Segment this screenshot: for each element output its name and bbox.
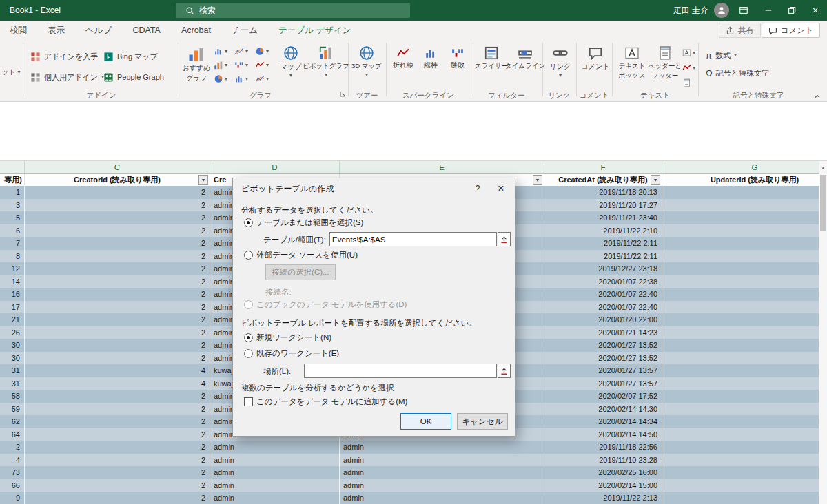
cell-name[interactable]: admin [210, 479, 340, 492]
cell-updater[interactable] [662, 466, 819, 479]
cell-created[interactable]: 2020/01/27 13:57 [544, 364, 662, 377]
dialog-help-button[interactable]: ? [468, 178, 487, 199]
cell-creator[interactable]: 2 [25, 186, 210, 199]
chart-type-button[interactable]: ▾ [234, 74, 248, 83]
cell-name[interactable]: admin [210, 492, 340, 504]
people-graph-button[interactable]: People Graph [103, 70, 164, 84]
sparkline-column-button[interactable]: 縦棒 [418, 47, 444, 70]
cell-updater[interactable] [662, 403, 819, 416]
cell-creator[interactable]: 2 [25, 237, 210, 250]
cell-id[interactable]: 14 [0, 275, 25, 288]
cell-e[interactable]: admin [340, 492, 544, 504]
cell-id[interactable]: 6 [0, 224, 25, 238]
cell-creator[interactable]: 2 [25, 352, 210, 365]
symbol-button[interactable]: Ω 記号と特殊文字 [706, 66, 769, 80]
cell-created[interactable]: 2020/01/27 13:52 [544, 339, 662, 352]
cell-updater[interactable] [662, 377, 819, 390]
cell-creator[interactable]: 2 [25, 250, 210, 263]
search-input[interactable]: 検索 [176, 3, 410, 18]
cell-creator[interactable]: 4 [25, 364, 210, 377]
my-addins-button[interactable]: 個人用アドイン▾ [30, 70, 104, 84]
cell-updater[interactable] [662, 313, 819, 326]
recommended-charts-button[interactable]: おすすめ グラフ [181, 45, 212, 82]
cell-updater[interactable] [662, 224, 819, 238]
ribbon-tab[interactable]: テーブル デザイン [278, 25, 351, 36]
cell-id[interactable]: 5 [0, 211, 25, 224]
ribbon-tab[interactable]: Acrobat [181, 25, 211, 35]
cell-updater[interactable] [662, 352, 819, 365]
cell-created[interactable]: 2020/01/07 22:40 [544, 288, 662, 301]
cell-id[interactable]: 8 [0, 250, 25, 263]
cell-creator[interactable]: 2 [25, 326, 210, 339]
minimize-button[interactable] [759, 0, 777, 21]
share-button[interactable]: 共有 [719, 23, 761, 38]
cell-created[interactable]: 2020/01/21 14:23 [544, 326, 662, 339]
chart-type-button[interactable]: ▾ [214, 47, 227, 56]
object-button[interactable] [682, 78, 691, 87]
radio-existing-worksheet-label[interactable]: 既存のワークシート(E) [256, 348, 339, 359]
header-cell-clipped[interactable]: 専用) [0, 174, 25, 186]
ribbon-tab[interactable]: ヘルプ [85, 25, 112, 36]
cell-created[interactable]: 2020/01/27 13:57 [544, 377, 662, 390]
header-cell-updaterid[interactable]: UpdaterId (読み取り専用) [662, 174, 819, 186]
cell-creator[interactable]: 2 [25, 288, 210, 301]
cell-id[interactable]: 30 [0, 352, 25, 365]
clipped-ribbon-button[interactable]: ット▾ [1, 67, 20, 77]
cell-id[interactable]: 66 [0, 479, 25, 492]
cell-creator[interactable]: 2 [25, 441, 210, 454]
radio-external-source[interactable] [244, 251, 253, 260]
chart-type-button[interactable]: ▾ [234, 47, 248, 56]
cell-id[interactable]: 1 [0, 186, 25, 199]
filter-button[interactable]: ▼ [533, 175, 542, 185]
cell-id[interactable]: 7 [0, 237, 25, 250]
chart-type-button[interactable]: ▾ [255, 47, 269, 56]
cell-id[interactable]: 59 [0, 403, 25, 416]
radio-table-range[interactable] [244, 218, 253, 227]
collapse-ribbon-icon[interactable] [813, 92, 821, 101]
cell-id[interactable]: 21 [0, 313, 25, 326]
cell-created[interactable]: 2020/01/07 22:38 [544, 275, 662, 288]
cell-updater[interactable] [662, 301, 819, 314]
cell-id[interactable]: 64 [0, 428, 25, 441]
cell-created[interactable]: 2020/02/14 14:34 [544, 415, 662, 428]
cell-id[interactable]: 31 [0, 364, 25, 377]
ok-button[interactable]: OK [400, 413, 451, 430]
cell-created[interactable]: 2019/11/20 17:27 [544, 199, 662, 212]
cell-updater[interactable] [662, 186, 819, 199]
cell-id[interactable]: 73 [0, 466, 25, 479]
textbox-button[interactable]: テキスト ボックス [616, 45, 648, 80]
pivotchart-button[interactable]: ピボットグラフ▾ [305, 45, 347, 78]
cell-created[interactable]: 2019/12/27 23:18 [544, 262, 662, 275]
column-letter[interactable]: D [210, 161, 340, 173]
scrollbar-thumb[interactable] [820, 175, 826, 231]
cell-created[interactable]: 2019/11/21 23:40 [544, 211, 662, 224]
cell-updater[interactable] [662, 415, 819, 428]
ribbon-tab[interactable]: 校閲 [10, 25, 27, 36]
column-letter[interactable]: F [544, 161, 662, 173]
cell-creator[interactable]: 2 [25, 339, 210, 352]
cell-e[interactable]: admin [340, 479, 544, 492]
cell-name[interactable]: admin [210, 454, 340, 467]
radio-existing-worksheet[interactable] [244, 349, 253, 358]
radio-external-source-label[interactable]: 外部データ ソースを使用(U) [256, 250, 358, 260]
cancel-button[interactable]: キャンセル [457, 413, 508, 430]
ribbon-tab[interactable]: CDATA [132, 25, 161, 35]
ribbon-tab[interactable]: チーム [232, 25, 258, 36]
cell-updater[interactable] [662, 288, 819, 301]
cell-updater[interactable] [662, 441, 819, 454]
cell-updater[interactable] [662, 211, 819, 224]
range-selector-button[interactable] [498, 364, 511, 378]
cell-creator[interactable]: 2 [25, 466, 210, 479]
ribbon-display-options-icon[interactable] [735, 0, 753, 21]
cell-created[interactable]: 2020/02/07 17:52 [544, 390, 662, 403]
cell-creator[interactable]: 2 [25, 313, 210, 326]
column-letter[interactable]: E [340, 161, 544, 173]
cell-e[interactable]: admin [340, 454, 544, 467]
cell-created[interactable]: 2019/11/22 2:10 [544, 224, 662, 238]
get-addins-button[interactable]: アドインを入手 [30, 50, 98, 63]
cell-updater[interactable] [662, 428, 819, 441]
cell-updater[interactable] [662, 492, 819, 504]
comments-toggle-button[interactable]: コメント [762, 23, 820, 38]
link-button[interactable]: リンク▾ [546, 45, 575, 78]
radio-table-range-label[interactable]: テーブルまたは範囲を選択(S) [256, 218, 363, 228]
